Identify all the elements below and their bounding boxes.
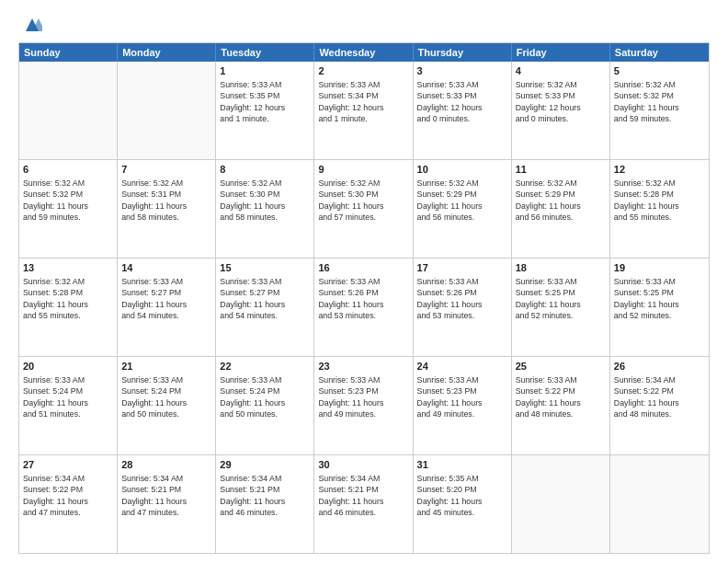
calendar-cell: 1Sunrise: 5:33 AM Sunset: 5:35 PM Daylig…	[216, 62, 314, 159]
header-day-saturday: Saturday	[610, 43, 709, 62]
day-number: 4	[516, 64, 606, 78]
header-day-friday: Friday	[512, 43, 610, 62]
calendar-cell: 29Sunrise: 5:34 AM Sunset: 5:21 PM Dayli…	[216, 455, 314, 553]
header-day-monday: Monday	[118, 43, 216, 62]
day-number: 30	[318, 458, 408, 472]
day-number: 6	[23, 163, 113, 177]
day-number: 27	[23, 458, 113, 472]
cell-daylight-info: Sunrise: 5:33 AM Sunset: 5:33 PM Dayligh…	[417, 80, 483, 123]
calendar-cell: 11Sunrise: 5:32 AM Sunset: 5:29 PM Dayli…	[512, 160, 610, 258]
day-number: 29	[220, 458, 310, 472]
cell-daylight-info: Sunrise: 5:33 AM Sunset: 5:26 PM Dayligh…	[417, 277, 483, 320]
cell-daylight-info: Sunrise: 5:33 AM Sunset: 5:27 PM Dayligh…	[121, 277, 187, 320]
calendar-cell: 17Sunrise: 5:33 AM Sunset: 5:26 PM Dayli…	[414, 259, 512, 356]
cell-daylight-info: Sunrise: 5:34 AM Sunset: 5:21 PM Dayligh…	[121, 474, 187, 517]
day-number: 7	[121, 163, 211, 177]
cell-daylight-info: Sunrise: 5:33 AM Sunset: 5:25 PM Dayligh…	[614, 277, 679, 320]
cell-daylight-info: Sunrise: 5:33 AM Sunset: 5:27 PM Dayligh…	[220, 277, 285, 320]
day-number: 19	[614, 261, 705, 275]
cell-daylight-info: Sunrise: 5:34 AM Sunset: 5:22 PM Dayligh…	[614, 375, 679, 419]
calendar-cell: 22Sunrise: 5:33 AM Sunset: 5:24 PM Dayli…	[216, 357, 314, 454]
cell-daylight-info: Sunrise: 5:33 AM Sunset: 5:26 PM Dayligh…	[318, 277, 383, 320]
calendar-cell: 6Sunrise: 5:32 AM Sunset: 5:32 PM Daylig…	[19, 160, 118, 258]
calendar-week-2: 6Sunrise: 5:32 AM Sunset: 5:32 PM Daylig…	[19, 159, 709, 258]
calendar-header: SundayMondayTuesdayWednesdayThursdayFrid…	[19, 43, 709, 62]
day-number: 18	[516, 261, 606, 275]
calendar-cell: 24Sunrise: 5:33 AM Sunset: 5:23 PM Dayli…	[414, 357, 512, 454]
calendar-week-5: 27Sunrise: 5:34 AM Sunset: 5:22 PM Dayli…	[19, 454, 709, 553]
day-number: 20	[23, 360, 113, 373]
day-number: 15	[220, 261, 310, 275]
day-number: 8	[220, 163, 310, 177]
cell-daylight-info: Sunrise: 5:35 AM Sunset: 5:20 PM Dayligh…	[417, 474, 483, 517]
calendar-cell: 9Sunrise: 5:32 AM Sunset: 5:30 PM Daylig…	[314, 160, 413, 258]
logo	[18, 15, 42, 35]
cell-daylight-info: Sunrise: 5:33 AM Sunset: 5:24 PM Dayligh…	[220, 375, 285, 419]
calendar-cell: 23Sunrise: 5:33 AM Sunset: 5:23 PM Dayli…	[314, 357, 413, 454]
day-number: 2	[318, 64, 408, 78]
cell-daylight-info: Sunrise: 5:32 AM Sunset: 5:28 PM Dayligh…	[23, 277, 88, 320]
day-number: 16	[318, 261, 408, 275]
cell-daylight-info: Sunrise: 5:32 AM Sunset: 5:31 PM Dayligh…	[121, 178, 187, 222]
day-number: 25	[516, 360, 606, 373]
calendar-cell: 4Sunrise: 5:32 AM Sunset: 5:33 PM Daylig…	[512, 62, 610, 159]
day-number: 13	[23, 261, 113, 275]
logo-icon	[22, 15, 42, 35]
cell-daylight-info: Sunrise: 5:34 AM Sunset: 5:22 PM Dayligh…	[23, 474, 88, 517]
calendar-cell: 8Sunrise: 5:32 AM Sunset: 5:30 PM Daylig…	[216, 160, 314, 258]
day-number: 14	[121, 261, 211, 275]
day-number: 11	[516, 163, 606, 177]
day-number: 23	[318, 360, 408, 373]
calendar-body: 1Sunrise: 5:33 AM Sunset: 5:35 PM Daylig…	[19, 62, 709, 553]
day-number: 21	[121, 360, 211, 373]
day-number: 17	[417, 261, 507, 275]
cell-daylight-info: Sunrise: 5:34 AM Sunset: 5:21 PM Dayligh…	[220, 474, 285, 517]
cell-daylight-info: Sunrise: 5:33 AM Sunset: 5:23 PM Dayligh…	[417, 375, 483, 419]
calendar-cell: 19Sunrise: 5:33 AM Sunset: 5:25 PM Dayli…	[610, 259, 709, 356]
cell-daylight-info: Sunrise: 5:32 AM Sunset: 5:32 PM Dayligh…	[614, 80, 679, 123]
calendar-cell	[512, 455, 610, 553]
header-day-tuesday: Tuesday	[216, 43, 314, 62]
header-day-sunday: Sunday	[19, 43, 118, 62]
calendar-cell: 31Sunrise: 5:35 AM Sunset: 5:20 PM Dayli…	[414, 455, 512, 553]
cell-daylight-info: Sunrise: 5:33 AM Sunset: 5:25 PM Dayligh…	[516, 277, 581, 320]
day-number: 12	[614, 163, 705, 177]
cell-daylight-info: Sunrise: 5:32 AM Sunset: 5:28 PM Dayligh…	[614, 178, 679, 222]
calendar-cell: 20Sunrise: 5:33 AM Sunset: 5:24 PM Dayli…	[19, 357, 118, 454]
day-number: 5	[614, 64, 705, 78]
calendar-cell: 25Sunrise: 5:33 AM Sunset: 5:22 PM Dayli…	[512, 357, 610, 454]
day-number: 31	[417, 458, 507, 472]
cell-daylight-info: Sunrise: 5:32 AM Sunset: 5:30 PM Dayligh…	[220, 178, 285, 222]
calendar-cell	[610, 455, 709, 553]
day-number: 22	[220, 360, 310, 373]
calendar-week-3: 13Sunrise: 5:32 AM Sunset: 5:28 PM Dayli…	[19, 258, 709, 356]
calendar-cell	[118, 62, 216, 159]
cell-daylight-info: Sunrise: 5:33 AM Sunset: 5:24 PM Dayligh…	[23, 375, 88, 419]
calendar-cell: 7Sunrise: 5:32 AM Sunset: 5:31 PM Daylig…	[118, 160, 216, 258]
cell-daylight-info: Sunrise: 5:33 AM Sunset: 5:35 PM Dayligh…	[220, 80, 285, 123]
cell-daylight-info: Sunrise: 5:32 AM Sunset: 5:29 PM Dayligh…	[516, 178, 581, 222]
day-number: 9	[318, 163, 408, 177]
cell-daylight-info: Sunrise: 5:32 AM Sunset: 5:30 PM Dayligh…	[318, 178, 383, 222]
cell-daylight-info: Sunrise: 5:33 AM Sunset: 5:22 PM Dayligh…	[516, 375, 581, 419]
header	[18, 15, 710, 35]
header-day-wednesday: Wednesday	[314, 43, 413, 62]
day-number: 24	[417, 360, 507, 373]
day-number: 1	[220, 64, 310, 78]
calendar-cell: 10Sunrise: 5:32 AM Sunset: 5:29 PM Dayli…	[414, 160, 512, 258]
page: SundayMondayTuesdayWednesdayThursdayFrid…	[0, 0, 728, 563]
calendar-cell: 26Sunrise: 5:34 AM Sunset: 5:22 PM Dayli…	[610, 357, 709, 454]
calendar-cell: 28Sunrise: 5:34 AM Sunset: 5:21 PM Dayli…	[118, 455, 216, 553]
calendar-week-1: 1Sunrise: 5:33 AM Sunset: 5:35 PM Daylig…	[19, 62, 709, 159]
calendar-cell: 14Sunrise: 5:33 AM Sunset: 5:27 PM Dayli…	[118, 259, 216, 356]
day-number: 10	[417, 163, 507, 177]
calendar-cell: 13Sunrise: 5:32 AM Sunset: 5:28 PM Dayli…	[19, 259, 118, 356]
calendar-cell: 16Sunrise: 5:33 AM Sunset: 5:26 PM Dayli…	[314, 259, 413, 356]
calendar-cell: 12Sunrise: 5:32 AM Sunset: 5:28 PM Dayli…	[610, 160, 709, 258]
cell-daylight-info: Sunrise: 5:34 AM Sunset: 5:21 PM Dayligh…	[318, 474, 383, 517]
cell-daylight-info: Sunrise: 5:32 AM Sunset: 5:29 PM Dayligh…	[417, 178, 483, 222]
calendar-cell: 21Sunrise: 5:33 AM Sunset: 5:24 PM Dayli…	[118, 357, 216, 454]
cell-daylight-info: Sunrise: 5:32 AM Sunset: 5:33 PM Dayligh…	[516, 80, 581, 123]
calendar-cell: 15Sunrise: 5:33 AM Sunset: 5:27 PM Dayli…	[216, 259, 314, 356]
calendar-cell: 27Sunrise: 5:34 AM Sunset: 5:22 PM Dayli…	[19, 455, 118, 553]
